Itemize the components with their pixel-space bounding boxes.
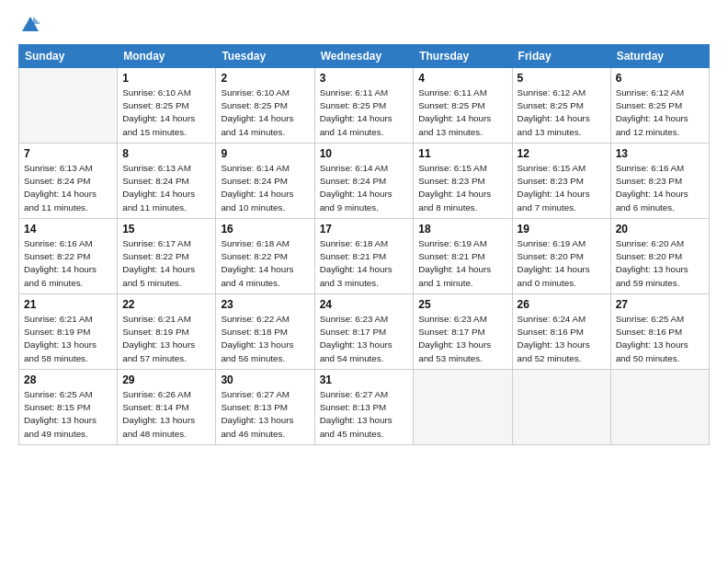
week-row-4: 21Sunrise: 6:21 AMSunset: 8:19 PMDayligh… (19, 294, 710, 370)
day-number: 6 (616, 72, 704, 85)
calendar-cell: 7Sunrise: 6:13 AMSunset: 8:24 PMDaylight… (19, 144, 118, 219)
day-info: Sunrise: 6:27 AMSunset: 8:13 PMDaylight:… (320, 388, 409, 441)
logo (18, 15, 40, 35)
day-info: Sunrise: 6:21 AMSunset: 8:19 PMDaylight:… (24, 313, 112, 365)
calendar-cell (512, 370, 610, 445)
day-info: Sunrise: 6:27 AMSunset: 8:13 PMDaylight:… (221, 388, 309, 441)
calendar-cell: 29Sunrise: 6:26 AMSunset: 8:14 PMDayligh… (118, 370, 216, 445)
calendar-cell: 26Sunrise: 6:24 AMSunset: 8:16 PMDayligh… (512, 294, 610, 370)
day-number: 3 (320, 72, 409, 85)
calendar-cell: 15Sunrise: 6:17 AMSunset: 8:22 PMDayligh… (118, 219, 216, 294)
day-number: 26 (518, 298, 606, 311)
page: SundayMondayTuesdayWednesdayThursdayFrid… (0, 0, 728, 563)
day-number: 22 (122, 298, 210, 311)
day-info: Sunrise: 6:13 AMSunset: 8:24 PMDaylight:… (122, 162, 210, 214)
day-number: 16 (221, 223, 309, 236)
calendar-cell: 9Sunrise: 6:14 AMSunset: 8:24 PMDaylight… (216, 144, 314, 219)
header (18, 15, 710, 35)
day-info: Sunrise: 6:18 AMSunset: 8:21 PMDaylight:… (320, 237, 409, 290)
calendar-cell: 18Sunrise: 6:19 AMSunset: 8:21 PMDayligh… (414, 219, 512, 294)
weekday-header-monday: Monday (118, 45, 216, 68)
calendar-cell (610, 370, 709, 445)
day-info: Sunrise: 6:23 AMSunset: 8:17 PMDaylight:… (418, 313, 506, 365)
calendar-cell: 27Sunrise: 6:25 AMSunset: 8:16 PMDayligh… (610, 294, 709, 370)
calendar-cell: 1Sunrise: 6:10 AMSunset: 8:25 PMDaylight… (118, 68, 216, 144)
calendar-cell: 8Sunrise: 6:13 AMSunset: 8:24 PMDaylight… (118, 144, 216, 219)
day-info: Sunrise: 6:17 AMSunset: 8:22 PMDaylight:… (122, 237, 210, 290)
day-info: Sunrise: 6:16 AMSunset: 8:23 PMDaylight:… (616, 162, 704, 214)
calendar-cell: 12Sunrise: 6:15 AMSunset: 8:23 PMDayligh… (512, 144, 610, 219)
calendar-cell (19, 68, 118, 144)
calendar-cell: 28Sunrise: 6:25 AMSunset: 8:15 PMDayligh… (19, 370, 118, 445)
calendar-cell: 24Sunrise: 6:23 AMSunset: 8:17 PMDayligh… (314, 294, 414, 370)
svg-marker-1 (33, 17, 40, 24)
calendar-cell: 2Sunrise: 6:10 AMSunset: 8:25 PMDaylight… (216, 68, 314, 144)
day-info: Sunrise: 6:19 AMSunset: 8:20 PMDaylight:… (518, 237, 606, 290)
day-number: 11 (418, 147, 506, 160)
calendar-table: SundayMondayTuesdayWednesdayThursdayFrid… (18, 44, 710, 445)
calendar-cell: 6Sunrise: 6:12 AMSunset: 8:25 PMDaylight… (610, 68, 709, 144)
day-info: Sunrise: 6:15 AMSunset: 8:23 PMDaylight:… (518, 162, 606, 214)
calendar-cell: 13Sunrise: 6:16 AMSunset: 8:23 PMDayligh… (610, 144, 709, 219)
week-row-3: 14Sunrise: 6:16 AMSunset: 8:22 PMDayligh… (19, 219, 710, 294)
day-info: Sunrise: 6:10 AMSunset: 8:25 PMDaylight:… (122, 86, 210, 139)
calendar-cell: 30Sunrise: 6:27 AMSunset: 8:13 PMDayligh… (216, 370, 314, 445)
day-number: 5 (518, 72, 606, 85)
day-number: 25 (418, 298, 506, 311)
day-number: 15 (122, 223, 210, 236)
calendar-cell: 25Sunrise: 6:23 AMSunset: 8:17 PMDayligh… (414, 294, 512, 370)
day-info: Sunrise: 6:11 AMSunset: 8:25 PMDaylight:… (320, 86, 409, 139)
day-number: 9 (221, 147, 309, 160)
day-number: 10 (320, 147, 409, 160)
day-number: 29 (122, 373, 210, 386)
calendar-cell: 16Sunrise: 6:18 AMSunset: 8:22 PMDayligh… (216, 219, 314, 294)
day-number: 28 (24, 373, 112, 386)
calendar-cell: 3Sunrise: 6:11 AMSunset: 8:25 PMDaylight… (314, 68, 414, 144)
day-info: Sunrise: 6:25 AMSunset: 8:15 PMDaylight:… (24, 388, 112, 441)
weekday-header-wednesday: Wednesday (314, 45, 414, 68)
day-info: Sunrise: 6:18 AMSunset: 8:22 PMDaylight:… (221, 237, 309, 290)
calendar-cell: 20Sunrise: 6:20 AMSunset: 8:20 PMDayligh… (610, 219, 709, 294)
calendar-cell: 31Sunrise: 6:27 AMSunset: 8:13 PMDayligh… (314, 370, 414, 445)
day-number: 27 (616, 298, 704, 311)
day-number: 12 (518, 147, 606, 160)
day-info: Sunrise: 6:26 AMSunset: 8:14 PMDaylight:… (122, 388, 210, 441)
day-info: Sunrise: 6:15 AMSunset: 8:23 PMDaylight:… (418, 162, 506, 214)
day-number: 1 (122, 72, 210, 85)
day-info: Sunrise: 6:12 AMSunset: 8:25 PMDaylight:… (518, 86, 606, 139)
calendar-cell: 19Sunrise: 6:19 AMSunset: 8:20 PMDayligh… (512, 219, 610, 294)
calendar-cell: 14Sunrise: 6:16 AMSunset: 8:22 PMDayligh… (19, 219, 118, 294)
weekday-header-thursday: Thursday (414, 45, 512, 68)
logo-icon (20, 15, 40, 35)
day-info: Sunrise: 6:13 AMSunset: 8:24 PMDaylight:… (24, 162, 112, 214)
week-row-1: 1Sunrise: 6:10 AMSunset: 8:25 PMDaylight… (19, 68, 710, 144)
day-number: 24 (320, 298, 409, 311)
day-number: 7 (24, 147, 112, 160)
day-number: 18 (418, 223, 506, 236)
calendar-cell: 11Sunrise: 6:15 AMSunset: 8:23 PMDayligh… (414, 144, 512, 219)
day-info: Sunrise: 6:16 AMSunset: 8:22 PMDaylight:… (24, 237, 112, 290)
day-info: Sunrise: 6:11 AMSunset: 8:25 PMDaylight:… (418, 86, 506, 139)
day-info: Sunrise: 6:21 AMSunset: 8:19 PMDaylight:… (122, 313, 210, 365)
weekday-header-sunday: Sunday (19, 45, 118, 68)
day-info: Sunrise: 6:14 AMSunset: 8:24 PMDaylight:… (320, 162, 409, 214)
calendar-cell: 21Sunrise: 6:21 AMSunset: 8:19 PMDayligh… (19, 294, 118, 370)
weekday-header-saturday: Saturday (610, 45, 709, 68)
calendar-cell: 5Sunrise: 6:12 AMSunset: 8:25 PMDaylight… (512, 68, 610, 144)
calendar-cell: 10Sunrise: 6:14 AMSunset: 8:24 PMDayligh… (314, 144, 414, 219)
day-number: 14 (24, 223, 112, 236)
calendar-cell: 17Sunrise: 6:18 AMSunset: 8:21 PMDayligh… (314, 219, 414, 294)
day-number: 30 (221, 373, 309, 386)
day-info: Sunrise: 6:14 AMSunset: 8:24 PMDaylight:… (221, 162, 309, 214)
weekday-header-tuesday: Tuesday (216, 45, 314, 68)
day-info: Sunrise: 6:19 AMSunset: 8:21 PMDaylight:… (418, 237, 506, 290)
day-info: Sunrise: 6:24 AMSunset: 8:16 PMDaylight:… (518, 313, 606, 365)
day-number: 20 (616, 223, 704, 236)
day-info: Sunrise: 6:22 AMSunset: 8:18 PMDaylight:… (221, 313, 309, 365)
weekday-header-row: SundayMondayTuesdayWednesdayThursdayFrid… (19, 45, 710, 68)
day-number: 17 (320, 223, 409, 236)
day-info: Sunrise: 6:25 AMSunset: 8:16 PMDaylight:… (616, 313, 704, 365)
day-info: Sunrise: 6:20 AMSunset: 8:20 PMDaylight:… (616, 237, 704, 290)
day-number: 8 (122, 147, 210, 160)
day-number: 4 (418, 72, 506, 85)
